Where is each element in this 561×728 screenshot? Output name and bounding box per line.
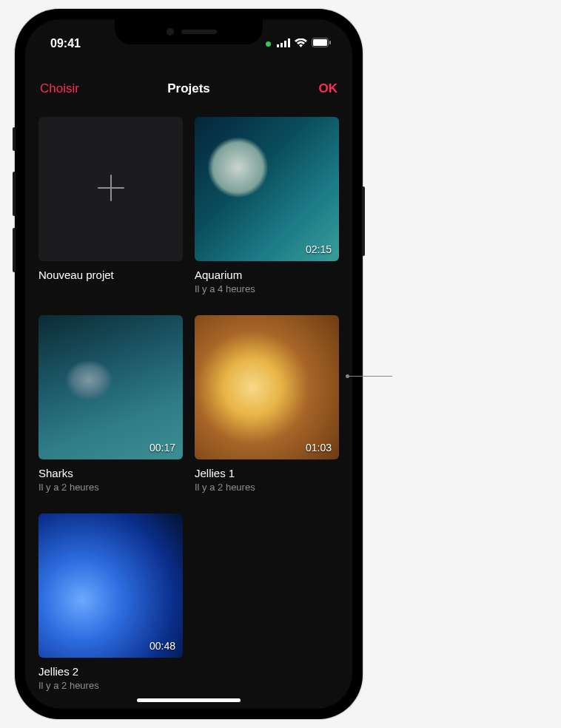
volume-down-button	[13, 228, 16, 272]
phone-frame: 09:41 Choisir Projets OK	[15, 9, 363, 719]
wifi-icon	[295, 37, 307, 50]
project-title: Jellies 1	[195, 467, 339, 479]
new-project-label: Nouveau projet	[38, 269, 183, 281]
project-cell-aquarium[interactable]: 02:15 Aquarium Il y a 4 heures	[195, 117, 339, 294]
project-cell-jellies-1[interactable]: 01:03 Jellies 1 Il y a 2 heures	[195, 315, 339, 493]
project-thumbnail: 00:48	[38, 513, 183, 658]
svg-rect-5	[313, 39, 327, 46]
project-subtitle: Il y a 2 heures	[38, 680, 183, 691]
new-project-cell[interactable]: Nouveau projet	[38, 117, 183, 294]
project-subtitle: Il y a 2 heures	[195, 482, 339, 493]
select-button[interactable]: Choisir	[40, 81, 79, 96]
project-cell-sharks[interactable]: 00:17 Sharks Il y a 2 heures	[38, 315, 183, 493]
svg-rect-3	[288, 38, 290, 47]
project-subtitle: Il y a 2 heures	[38, 482, 183, 493]
svg-rect-2	[284, 41, 286, 47]
phone-screen: 09:41 Choisir Projets OK	[25, 19, 352, 709]
camera-indicator-icon	[266, 41, 271, 47]
duration-badge: 00:48	[150, 640, 175, 652]
volume-up-button	[13, 172, 16, 216]
done-button[interactable]: OK	[319, 81, 338, 96]
svg-rect-6	[329, 41, 331, 44]
battery-icon	[312, 37, 332, 50]
mute-switch	[13, 127, 16, 151]
projects-grid: Nouveau projet 02:15 Aquarium Il y a 4 h…	[25, 107, 352, 701]
status-indicators	[266, 37, 332, 50]
power-button	[362, 186, 365, 256]
duration-badge: 00:17	[150, 442, 175, 454]
status-time: 09:41	[50, 37, 81, 50]
duration-badge: 01:03	[306, 442, 332, 454]
svg-rect-0	[277, 44, 279, 47]
home-indicator[interactable]	[137, 698, 241, 702]
duration-badge: 02:15	[306, 243, 332, 255]
page-title: Projets	[167, 81, 210, 96]
nav-bar: Choisir Projets OK	[25, 64, 352, 107]
project-cell-jellies-2[interactable]: 00:48 Jellies 2 Il y a 2 heures	[38, 513, 183, 691]
plus-icon	[95, 172, 127, 206]
project-thumbnail: 02:15	[195, 117, 339, 261]
cellular-icon	[277, 37, 290, 50]
svg-rect-1	[280, 43, 283, 47]
notch	[115, 19, 263, 44]
project-title: Jellies 2	[38, 665, 183, 678]
project-thumbnail: 00:17	[38, 315, 183, 459]
project-title: Sharks	[38, 467, 183, 479]
project-thumbnail: 01:03	[195, 315, 339, 459]
callout-line	[348, 376, 392, 377]
project-subtitle: Il y a 4 heures	[195, 283, 339, 294]
project-title: Aquarium	[195, 269, 339, 281]
new-project-thumb	[38, 117, 183, 261]
